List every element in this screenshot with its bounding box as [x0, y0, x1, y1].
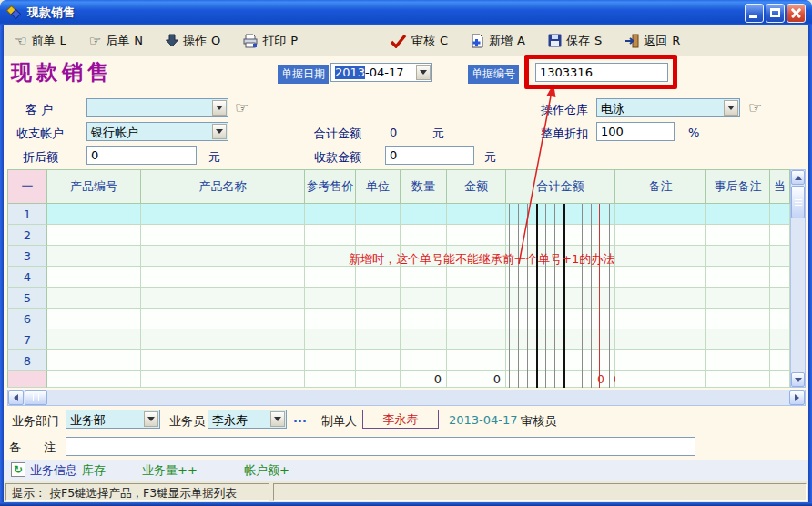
- print-label: 打印: [262, 33, 286, 49]
- app-window: 现款销售 ☜ 前单L ☞ 后单N 操作O: [0, 0, 812, 506]
- column-header-amount[interactable]: 金额: [447, 169, 506, 204]
- table-row[interactable]: 1: [7, 204, 790, 225]
- discount-input[interactable]: 100: [596, 122, 675, 141]
- doc-date-picker[interactable]: 2013-04-17: [330, 63, 432, 82]
- account-select[interactable]: 银行帐户: [86, 122, 228, 141]
- total-amount-value: 0: [390, 126, 397, 139]
- column-header-remark[interactable]: 备注: [615, 169, 706, 204]
- doc-date-dropdown-button[interactable]: [416, 65, 431, 80]
- doc-date-rest: -04-17: [365, 66, 403, 79]
- chevron-down-icon: [216, 129, 223, 134]
- chevron-down-icon: [216, 106, 223, 110]
- customer-select[interactable]: [86, 98, 228, 117]
- auditor-label: 审核员: [521, 413, 556, 430]
- scroll-up-button[interactable]: [791, 170, 805, 185]
- dept-label: 业务部门: [12, 413, 59, 430]
- scroll-right-button[interactable]: [789, 390, 805, 405]
- horizontal-scrollbar[interactable]: [7, 390, 806, 406]
- check-icon: [390, 34, 407, 48]
- row-number[interactable]: 7: [7, 329, 47, 350]
- minimize-icon: [749, 15, 757, 18]
- audit-button[interactable]: 审核C: [390, 33, 448, 49]
- page-title: 现款销售: [11, 58, 113, 86]
- table-row[interactable]: 5: [7, 288, 790, 309]
- items-table: 一 产品编号 产品名称 参考售价 单位 数量 金额 合计金额 备注 事后备注 当…: [7, 169, 790, 388]
- info-stock: 库存--: [82, 462, 114, 479]
- dept-select[interactable]: 业务部: [66, 410, 160, 429]
- more-button[interactable]: ...: [293, 411, 307, 425]
- row-number[interactable]: 8: [7, 350, 47, 371]
- maximize-button[interactable]: [766, 4, 785, 23]
- vertical-scrollbar[interactable]: [790, 169, 806, 388]
- save-button[interactable]: 保存S: [548, 33, 602, 49]
- chevron-down-icon: [420, 70, 427, 75]
- new-doc-icon: [471, 34, 484, 48]
- app-icon: [5, 5, 22, 20]
- doc-no-input[interactable]: 1303316: [535, 63, 668, 82]
- maker-date: 2013-04-17: [449, 413, 518, 427]
- status-panel-right: [273, 483, 807, 501]
- table-row[interactable]: 7: [7, 329, 790, 350]
- horizontal-scroll-thumb[interactable]: [25, 390, 47, 405]
- row-number[interactable]: 5: [7, 288, 47, 309]
- salesman-dropdown-button[interactable]: [270, 411, 285, 427]
- customer-dropdown-button[interactable]: [212, 100, 227, 116]
- prev-doc-button[interactable]: ☜ 前单L: [15, 33, 66, 49]
- remark-input[interactable]: [66, 437, 695, 456]
- totals-amount: 0: [493, 372, 505, 386]
- operate-button[interactable]: 操作O: [166, 33, 220, 49]
- warehouse-select[interactable]: 电泳: [596, 98, 740, 117]
- row-number[interactable]: 2: [7, 225, 47, 246]
- new-button[interactable]: 新增A: [471, 33, 525, 49]
- row-number[interactable]: 6: [7, 309, 47, 329]
- column-header-index[interactable]: 一: [7, 169, 47, 204]
- return-label: 返回: [644, 33, 667, 49]
- receive-amount-label: 收款金额: [314, 149, 361, 166]
- scroll-left-button[interactable]: [8, 390, 24, 405]
- table-row[interactable]: 2: [7, 225, 790, 246]
- column-header-ref-price[interactable]: 参考售价: [305, 169, 356, 204]
- customer-lookup-hand-icon[interactable]: ☞: [235, 98, 249, 116]
- dept-dropdown-button[interactable]: [144, 411, 158, 427]
- hand-left-icon: ☜: [15, 33, 26, 49]
- business-info-label[interactable]: 业务信息: [30, 462, 77, 479]
- table-row[interactable]: 6: [7, 309, 790, 329]
- column-header-unit[interactable]: 单位: [356, 169, 401, 204]
- column-header-qty[interactable]: 数量: [401, 169, 447, 204]
- column-header-product-name[interactable]: 产品名称: [141, 169, 305, 204]
- audit-label: 审核: [411, 33, 435, 49]
- table-row[interactable]: 4: [7, 267, 790, 288]
- table-row[interactable]: 8: [7, 350, 790, 371]
- maker-label: 制单人: [321, 413, 357, 430]
- after-discount-input[interactable]: 0: [86, 146, 197, 165]
- column-header-truncated[interactable]: 当: [770, 169, 790, 204]
- row-number[interactable]: 3: [7, 246, 47, 267]
- column-header-total-amount[interactable]: 合计金额: [506, 169, 615, 204]
- row-number[interactable]: 4: [7, 267, 47, 288]
- account-dropdown-button[interactable]: [212, 124, 227, 139]
- down-arrow-icon: [166, 34, 178, 47]
- vertical-scroll-thumb[interactable]: [791, 186, 805, 218]
- warehouse-lookup-hand-icon[interactable]: ☞: [748, 98, 762, 116]
- chevron-down-icon: [274, 417, 281, 421]
- receive-amount-input[interactable]: 0: [385, 146, 474, 165]
- column-header-post-remark[interactable]: 事后备注: [706, 169, 770, 204]
- annotation-text: 新增时，这个单号能不能继承前一个单号+1的办法: [349, 251, 614, 268]
- salesman-value: 李永寿: [212, 412, 248, 429]
- row-number[interactable]: 1: [7, 204, 47, 225]
- table-header-row: 一 产品编号 产品名称 参考售价 单位 数量 金额 合计金额 备注 事后备注 当: [7, 169, 790, 204]
- close-button[interactable]: [787, 4, 806, 23]
- minimize-button[interactable]: [745, 4, 764, 23]
- scroll-down-button[interactable]: [791, 372, 805, 387]
- warehouse-dropdown-button[interactable]: [724, 100, 738, 116]
- salesman-select[interactable]: 李永寿: [208, 410, 287, 429]
- floppy-icon: [548, 34, 562, 47]
- next-doc-button[interactable]: ☞ 后单N: [89, 33, 143, 49]
- print-button[interactable]: 打印P: [243, 33, 298, 49]
- column-header-product-code[interactable]: 产品编号: [47, 169, 141, 204]
- return-button[interactable]: 返回R: [624, 33, 680, 49]
- hint-text: 提示： 按F5键选择产品，F3键显示单据列表: [6, 484, 269, 503]
- chevron-down-icon: [727, 106, 735, 110]
- receive-amount-unit: 元: [484, 149, 496, 166]
- info-volume: 业务量++: [142, 462, 198, 479]
